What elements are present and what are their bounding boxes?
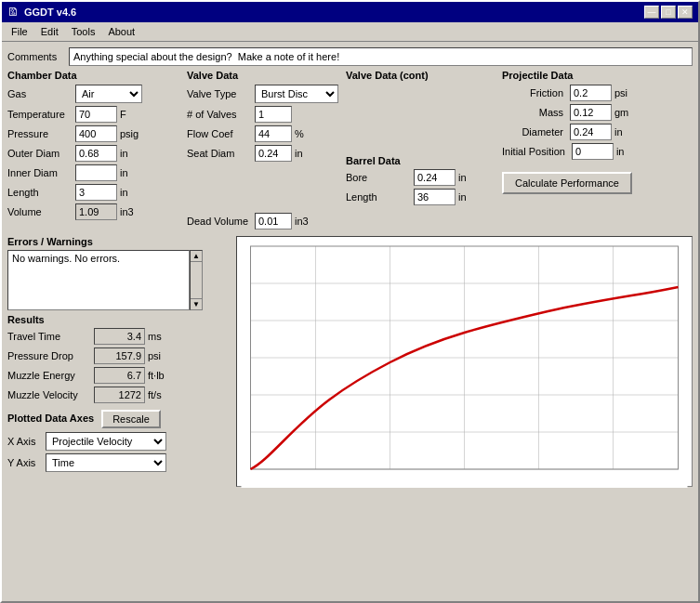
bore-input[interactable] bbox=[414, 169, 456, 186]
seat-diam-input[interactable] bbox=[255, 145, 292, 162]
valve-type-row: Valve Type Burst Disc Fast Acting Slow A… bbox=[187, 85, 338, 103]
comments-input[interactable] bbox=[69, 47, 693, 66]
projectile-data-panel: Projectile Data Friction psi Mass gm Dia… bbox=[502, 70, 665, 232]
diameter-input[interactable] bbox=[570, 124, 612, 140]
pressure-row: Pressure psig bbox=[7, 125, 179, 142]
barrel-length-input[interactable] bbox=[414, 189, 456, 205]
travel-time-unit: ms bbox=[148, 331, 171, 342]
valve-type-select[interactable]: Burst Disc Fast Acting Slow Acting bbox=[255, 85, 338, 103]
flow-coef-row: Flow Coef % bbox=[187, 125, 338, 142]
mass-label: Mass bbox=[502, 107, 567, 118]
volume-row: Volume in3 bbox=[7, 203, 179, 220]
inner-diam-input[interactable] bbox=[75, 164, 117, 181]
length-label: Length bbox=[7, 187, 73, 198]
muzzle-velocity-label: Muzzle Velocity bbox=[7, 389, 91, 400]
temperature-unit: F bbox=[120, 109, 139, 120]
length-unit: in bbox=[120, 187, 139, 198]
muzzle-velocity-unit: ft/s bbox=[148, 389, 171, 400]
dead-volume-input[interactable] bbox=[255, 213, 292, 229]
bore-unit: in bbox=[458, 172, 477, 183]
friction-label: Friction bbox=[502, 87, 567, 98]
muzzle-energy-unit: ft·lb bbox=[148, 370, 171, 381]
menu-file[interactable]: File bbox=[6, 24, 33, 39]
left-panel: Errors / Warnings No warnings. No errors… bbox=[7, 236, 231, 596]
pressure-input[interactable] bbox=[75, 125, 117, 142]
dead-volume-row: Dead Volume in3 bbox=[187, 213, 338, 229]
calculate-performance-button[interactable]: Calculate Performance bbox=[502, 172, 632, 194]
gas-label: Gas bbox=[7, 88, 73, 99]
seat-diam-unit: in bbox=[295, 148, 313, 159]
friction-input[interactable] bbox=[570, 85, 612, 101]
diameter-row: Diameter in bbox=[502, 124, 665, 140]
flow-coef-input[interactable] bbox=[255, 125, 292, 142]
mass-row: Mass gm bbox=[502, 104, 665, 121]
volume-input[interactable] bbox=[75, 203, 117, 220]
diameter-unit: in bbox=[614, 126, 633, 138]
rescale-button[interactable]: Rescale bbox=[101, 410, 161, 428]
inner-diam-label: Inner Diam bbox=[7, 167, 73, 178]
friction-unit: psi bbox=[614, 87, 633, 98]
travel-time-label: Travel Time bbox=[7, 331, 91, 342]
barrel-data-title: Barrel Data bbox=[346, 155, 495, 166]
dead-volume-label: Dead Volume bbox=[187, 216, 252, 227]
volume-unit: in3 bbox=[120, 206, 139, 217]
title-bar: 🖻 GGDT v4.6 — □ ✕ bbox=[2, 2, 698, 22]
dead-volume-unit: in3 bbox=[295, 216, 313, 227]
diameter-label: Diameter bbox=[502, 126, 567, 138]
y-axis-row: Y Axis Time Projectile Velocity Pressure… bbox=[7, 453, 231, 472]
close-button[interactable]: ✕ bbox=[678, 6, 693, 19]
mass-input[interactable] bbox=[570, 104, 612, 121]
flow-coef-label: Flow Coef bbox=[187, 128, 252, 139]
menu-tools[interactable]: Tools bbox=[66, 24, 101, 39]
outer-diam-input[interactable] bbox=[75, 145, 117, 162]
muzzle-velocity-input bbox=[94, 387, 145, 403]
bore-row: Bore in bbox=[346, 169, 495, 186]
x-axis-select[interactable]: Projectile Velocity Time Pressure Positi… bbox=[46, 432, 166, 451]
gas-select[interactable]: Air Helium Nitrogen CO2 bbox=[75, 85, 142, 103]
muzzle-energy-label: Muzzle Energy bbox=[7, 370, 91, 381]
length-input[interactable] bbox=[75, 184, 117, 201]
top-data-section: Chamber Data Gas Air Helium Nitrogen CO2… bbox=[7, 70, 693, 232]
initial-position-label: Initial Position bbox=[502, 146, 569, 157]
menu-about[interactable]: About bbox=[102, 24, 140, 39]
temperature-label: Temperature bbox=[7, 109, 73, 120]
friction-row: Friction psi bbox=[502, 85, 665, 101]
maximize-button[interactable]: □ bbox=[661, 6, 676, 19]
outer-diam-label: Outer Diam bbox=[7, 148, 73, 159]
menu-edit[interactable]: Edit bbox=[35, 24, 64, 39]
initial-position-unit: in bbox=[616, 146, 635, 157]
errors-scrollbar[interactable]: ▲ ▼ bbox=[190, 250, 203, 310]
y-axis-select[interactable]: Time Projectile Velocity Pressure Positi… bbox=[46, 453, 166, 472]
bottom-section: Errors / Warnings No warnings. No errors… bbox=[7, 236, 693, 596]
muzzle-energy-row: Muzzle Energy ft·lb bbox=[7, 367, 231, 384]
chart-panel bbox=[236, 236, 693, 596]
plotted-axes-section: Plotted Data Axes Rescale X Axis Project… bbox=[7, 410, 231, 475]
initial-position-row: Initial Position in bbox=[502, 143, 665, 160]
errors-title: Errors / Warnings bbox=[7, 236, 231, 247]
valve-cont-panel: Valve Data (cont) Barrel Data Bore in Le… bbox=[346, 70, 495, 232]
muzzle-velocity-row: Muzzle Velocity ft/s bbox=[7, 387, 231, 403]
results-title: Results bbox=[7, 314, 231, 325]
num-valves-label: # of Valves bbox=[187, 109, 252, 120]
valve-data-title: Valve Data bbox=[187, 70, 338, 81]
menu-bar: File Edit Tools About bbox=[2, 22, 698, 42]
initial-position-input[interactable] bbox=[572, 143, 614, 160]
comments-label: Comments bbox=[7, 51, 63, 62]
mass-unit: gm bbox=[614, 107, 633, 118]
travel-time-input bbox=[94, 328, 145, 345]
errors-section: Errors / Warnings No warnings. No errors… bbox=[7, 236, 231, 310]
minimize-button[interactable]: — bbox=[644, 6, 659, 19]
seat-diam-row: Seat Diam in bbox=[187, 145, 338, 162]
inner-diam-unit: in bbox=[120, 167, 139, 178]
pressure-drop-row: Pressure Drop psi bbox=[7, 347, 231, 364]
outer-diam-row: Outer Diam in bbox=[7, 145, 179, 162]
flow-coef-unit: % bbox=[295, 128, 313, 139]
num-valves-input[interactable] bbox=[255, 106, 292, 123]
comments-row: Comments bbox=[7, 47, 693, 66]
temperature-input[interactable] bbox=[75, 106, 117, 123]
volume-label: Volume bbox=[7, 206, 73, 217]
muzzle-energy-input bbox=[94, 367, 145, 384]
main-window: 🖻 GGDT v4.6 — □ ✕ File Edit Tools About … bbox=[0, 0, 700, 603]
inner-diam-row: Inner Diam in bbox=[7, 164, 179, 181]
errors-box: No warnings. No errors. bbox=[7, 250, 190, 310]
